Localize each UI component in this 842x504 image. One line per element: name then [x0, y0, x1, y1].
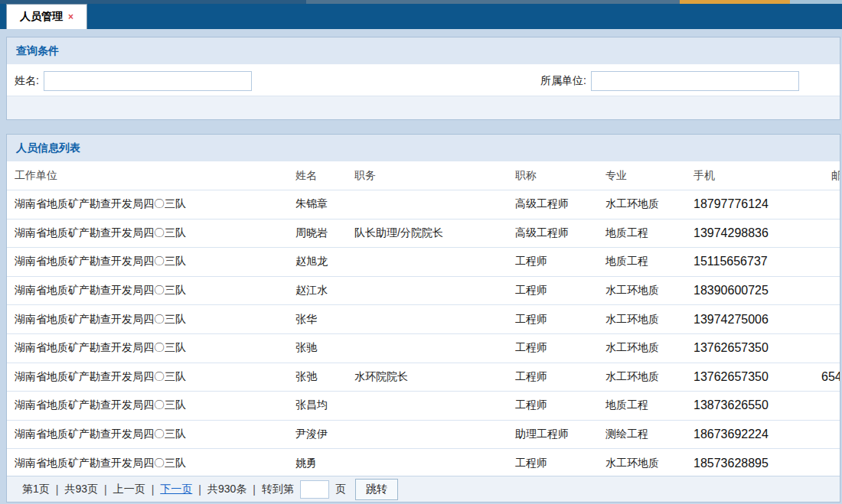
table-cell: 15115656737	[694, 255, 821, 268]
table-cell: 赵江水	[295, 284, 354, 298]
column-header-position: 职务	[354, 169, 515, 183]
table-cell: 水工环地质	[605, 197, 694, 211]
name-field-group: 姓名:	[15, 65, 252, 96]
table-cell: 队长助理/分院院长	[354, 226, 515, 240]
table-row[interactable]: 湖南省地质矿产勘查开发局四〇三队张华工程师水工环地质13974275006	[7, 305, 840, 334]
tab-label: 人员管理	[20, 10, 63, 24]
table-row[interactable]: 湖南省地质矿产勘查开发局四〇三队张弛水环院院长工程师水工环地质137626573…	[7, 363, 840, 392]
table-cell: 张驰	[295, 341, 354, 355]
table-cell: 张弛	[295, 370, 354, 384]
column-header-mobile: 手机	[694, 169, 821, 183]
table-cell: 13762657350	[694, 341, 821, 355]
table-cell: 地质工程	[605, 255, 694, 268]
table-cell: 姚勇	[295, 457, 354, 470]
unit-input[interactable]	[591, 71, 799, 91]
table-row[interactable]: 湖南省地质矿产勘查开发局四〇三队张驰工程师水工环地质13762657350	[7, 334, 840, 363]
table-cell: 13873626550	[694, 398, 821, 412]
pagination-separator: |	[104, 483, 107, 496]
list-panel-title: 人员信息列表	[16, 141, 80, 155]
strip-segment-orange	[680, 0, 790, 4]
table-cell: 工程师	[515, 398, 605, 412]
pagination-bar: 第1页 | 共93页 | 上一页 | 下一页 | 共930条 | 转到第 页 跳…	[7, 476, 840, 502]
page-suffix-label: 页	[335, 483, 346, 496]
table-cell: 水工环地质	[605, 313, 694, 327]
table-header-row: 工作单位 姓名 职务 职称 专业 手机 邮箱	[7, 162, 840, 190]
query-form: 姓名: 所属单位:	[7, 65, 840, 96]
name-input[interactable]	[44, 71, 252, 91]
unit-field-group: 所属单位:	[540, 65, 799, 96]
column-header-email: 邮箱	[821, 169, 840, 183]
personnel-list-panel: 人员信息列表 工作单位 姓名 职务 职称 专业 手机 邮箱 湖南省地质矿产勘查开…	[6, 134, 840, 502]
table-cell: 18573628895	[694, 457, 821, 470]
query-conditions-panel: 查询条件 姓名: 所属单位:	[6, 37, 840, 120]
table-cell: 13974298836	[694, 226, 821, 240]
query-panel-footer	[7, 96, 840, 119]
current-page-indicator: 第1页	[22, 483, 50, 496]
tab-personnel-management[interactable]: 人员管理 ×	[6, 4, 87, 29]
list-panel-header: 人员信息列表	[7, 135, 840, 162]
table-cell: 工程师	[515, 457, 605, 470]
prev-page-button[interactable]: 上一页	[113, 483, 145, 496]
table-cell: 湖南省地质矿产勘查开发局四〇三队	[15, 226, 295, 240]
table-cell: 水工环地质	[605, 457, 694, 470]
table-cell: 朱锦章	[295, 197, 354, 211]
table-cell: 工程师	[515, 284, 605, 298]
total-records-indicator: 共930条	[207, 483, 246, 496]
table-cell: 18797776124	[694, 197, 821, 211]
table-cell: 工程师	[515, 341, 605, 355]
query-panel-title: 查询条件	[16, 44, 59, 58]
table-cell: 张昌均	[295, 398, 354, 412]
table-cell: 助理工程师	[515, 428, 605, 441]
table-cell: 13762657350	[694, 370, 821, 384]
table-row[interactable]: 湖南省地质矿产勘查开发局四〇三队周晓岩队长助理/分院院长高级工程师地质工程139…	[7, 219, 840, 249]
table-cell: 湖南省地质矿产勘查开发局四〇三队	[15, 341, 295, 355]
table-row[interactable]: 湖南省地质矿产勘查开发局四〇三队朱锦章高级工程师水工环地质18797776124	[7, 190, 840, 219]
table-cell: 工程师	[515, 255, 605, 268]
table-cell: 湖南省地质矿产勘查开发局四〇三队	[15, 370, 295, 384]
table-cell: 工程师	[515, 370, 605, 384]
table-cell: 18673692224	[694, 428, 821, 441]
table-cell: 水工环地质	[605, 284, 694, 298]
table-cell: 高级工程师	[515, 226, 605, 240]
query-panel-header: 查询条件	[7, 37, 840, 65]
table-cell: 赵旭龙	[295, 255, 354, 268]
table-cell: 地质工程	[605, 226, 694, 240]
table-cell: 张华	[295, 313, 354, 327]
strip-segment-light	[790, 0, 842, 4]
column-header-specialty: 专业	[605, 169, 694, 183]
top-decorative-strip	[0, 0, 842, 4]
table-cell: 工程师	[515, 313, 605, 327]
goto-page-label: 转到第	[262, 483, 294, 496]
jump-button[interactable]: 跳转	[355, 479, 398, 500]
table-row[interactable]: 湖南省地质矿产勘查开发局四〇三队尹浚伊助理工程师测绘工程18673692224	[7, 421, 840, 450]
table-cell: 湖南省地质矿产勘查开发局四〇三队	[15, 313, 295, 327]
table-cell: 654	[821, 370, 840, 384]
pagination-separator: |	[152, 483, 155, 496]
table-cell: 地质工程	[605, 398, 694, 412]
table-cell: 18390600725	[694, 284, 821, 298]
tab-close-icon[interactable]: ×	[68, 12, 73, 21]
table-row[interactable]: 湖南省地质矿产勘查开发局四〇三队张昌均工程师地质工程13873626550	[7, 392, 840, 421]
column-header-name: 姓名	[295, 169, 354, 183]
pagination-separator: |	[56, 483, 59, 496]
table-body: 湖南省地质矿产勘查开发局四〇三队朱锦章高级工程师水工环地质18797776124…	[7, 190, 840, 478]
strip-segment-steel	[306, 0, 680, 4]
table-cell: 周晓岩	[295, 226, 354, 240]
table-cell: 湖南省地质矿产勘查开发局四〇三队	[15, 284, 295, 298]
table-row[interactable]: 湖南省地质矿产勘查开发局四〇三队赵旭龙工程师地质工程15115656737	[7, 248, 840, 277]
table-cell: 水工环地质	[605, 370, 694, 384]
table-cell: 湖南省地质矿产勘查开发局四〇三队	[15, 398, 295, 412]
table-row[interactable]: 湖南省地质矿产勘查开发局四〇三队姚勇工程师水工环地质18573628895	[7, 449, 840, 478]
pagination-separator: |	[253, 483, 256, 496]
table-cell: 13974275006	[694, 313, 821, 327]
table-cell: 水工环地质	[605, 341, 694, 355]
table-row[interactable]: 湖南省地质矿产勘查开发局四〇三队赵江水工程师水工环地质18390600725	[7, 277, 840, 306]
table-cell: 湖南省地质矿产勘查开发局四〇三队	[15, 197, 295, 211]
unit-field-label: 所属单位:	[540, 74, 586, 88]
next-page-link[interactable]: 下一页	[160, 483, 192, 496]
table-cell: 湖南省地质矿产勘查开发局四〇三队	[15, 457, 295, 470]
table-cell: 水环院院长	[354, 370, 515, 384]
goto-page-input[interactable]	[300, 480, 329, 499]
pagination-separator: |	[198, 483, 201, 496]
tab-bar: 人员管理 ×	[0, 4, 842, 29]
